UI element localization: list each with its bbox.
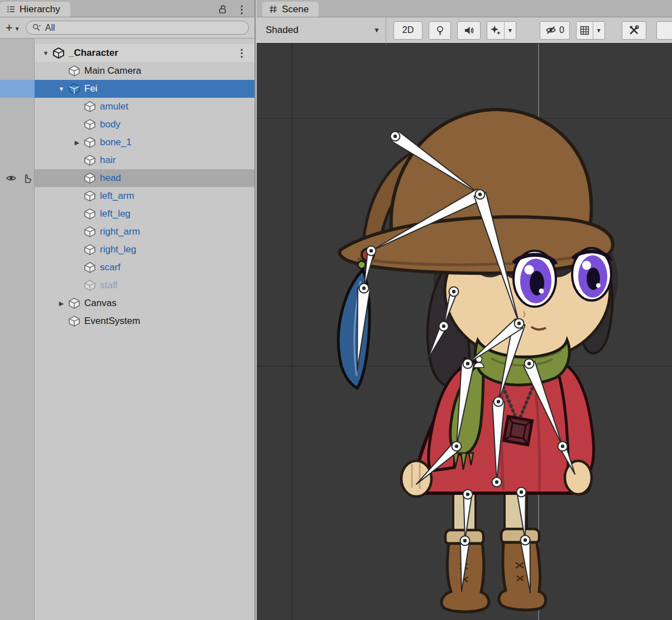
- indent: [0, 321, 55, 322]
- scene-options-menu-icon[interactable]: ⋮: [237, 47, 247, 59]
- hierarchy-item-left-arm[interactable]: left_arm: [0, 187, 255, 205]
- effects-toggle-button[interactable]: ▼: [487, 21, 516, 40]
- hierarchy-item--character[interactable]: ▼_Character⋮: [0, 44, 255, 62]
- grid-tab-icon: [269, 5, 277, 13]
- audio-toggle-button[interactable]: [457, 21, 481, 40]
- chevron-down-icon: ▼: [373, 26, 380, 34]
- create-object-button[interactable]: + ▼: [6, 23, 20, 33]
- hierarchy-tree: ▼_Character⋮Main Camera▼Feiamuletbody▶bo…: [0, 39, 255, 620]
- bone-joint-dot: [527, 362, 531, 365]
- hierarchy-tabstrip: Hierarchy ⋮: [0, 0, 255, 17]
- effects-sparkle-icon: [490, 25, 501, 36]
- item-label: Main Camera: [84, 65, 141, 77]
- grid-snap-icon: [579, 25, 590, 36]
- bone-joint-dot: [466, 493, 469, 496]
- scene-tools-button[interactable]: [622, 21, 646, 40]
- bone-joint-dot: [517, 322, 521, 325]
- item-label: right_arm: [100, 226, 140, 237]
- gameobject-cube-icon: [84, 136, 96, 149]
- hierarchy-item-amulet[interactable]: amulet: [0, 98, 255, 116]
- gameobject-cube-icon: [68, 65, 80, 77]
- bone-joint-dot: [452, 290, 455, 293]
- hierarchy-item-left-leg[interactable]: left_leg: [0, 205, 255, 223]
- item-label: scarf: [100, 262, 121, 273]
- draw-mode-dropdown[interactable]: Shaded ▼: [260, 17, 386, 44]
- hierarchy-item-eventsystem[interactable]: EventSystem: [0, 312, 255, 330]
- pickability-hand-icon[interactable]: [21, 173, 32, 184]
- item-label: Fei: [84, 83, 98, 94]
- list-icon: [7, 5, 15, 13]
- hierarchy-menu-icon[interactable]: ⋮: [237, 4, 247, 15]
- indent: [0, 196, 70, 197]
- item-label: body: [100, 119, 121, 130]
- grid-visibility-button[interactable]: ▼: [576, 21, 605, 40]
- hierarchy-item-scarf[interactable]: scarf: [0, 259, 255, 276]
- indent: [0, 232, 70, 232]
- hierarchy-item-fei[interactable]: ▼Fei: [0, 80, 255, 98]
- expand-arrow-icon[interactable]: ▶: [70, 139, 84, 146]
- scene-viewport[interactable]: [257, 44, 672, 620]
- chevron-down-icon[interactable]: ▼: [507, 27, 513, 34]
- bone-joint-dot: [524, 538, 527, 542]
- clipped-toolbar-button[interactable]: [656, 21, 672, 40]
- item-label: bone_1: [100, 137, 132, 148]
- bone-joint-dot: [442, 325, 445, 328]
- hierarchy-item-bone-1[interactable]: ▶bone_1: [0, 133, 255, 151]
- hierarchy-item-canvas[interactable]: ▶Canvas: [0, 294, 255, 312]
- bone-joint-dot: [520, 490, 523, 494]
- scene-toolbar: Shaded ▼ 2D ▼: [257, 17, 672, 44]
- plus-icon: +: [6, 23, 13, 33]
- split-divider: [504, 22, 505, 39]
- indent: [0, 214, 70, 214]
- hierarchy-item-head[interactable]: head: [0, 169, 255, 187]
- item-label: left_leg: [100, 208, 131, 220]
- visibility-eye-icon[interactable]: [6, 173, 17, 184]
- 2d-toggle-button[interactable]: 2D: [393, 21, 423, 40]
- hierarchy-item-main-camera[interactable]: Main Camera: [0, 62, 255, 80]
- lighting-toggle-button[interactable]: [429, 21, 451, 40]
- expand-arrow-icon[interactable]: ▼: [39, 50, 52, 56]
- scene-panel: Scene Shaded ▼ 2D: [257, 0, 672, 620]
- hierarchy-item-hair[interactable]: hair: [0, 151, 255, 169]
- expand-arrow-icon[interactable]: ▼: [55, 85, 68, 92]
- scene-tab-label: Scene: [282, 4, 309, 15]
- hierarchy-tab-controls: ⋮: [217, 4, 255, 17]
- hierarchy-item-body[interactable]: body: [0, 116, 255, 133]
- gameobject-cube-icon: [84, 208, 96, 220]
- gameobject-cube-icon: [84, 261, 96, 274]
- hierarchy-item-staff[interactable]: staff: [0, 276, 255, 294]
- indent: [0, 250, 70, 250]
- hierarchy-item-right-arm[interactable]: right_arm: [0, 223, 255, 241]
- indent: [0, 125, 70, 125]
- search-input[interactable]: All: [26, 21, 249, 35]
- chevron-down-icon[interactable]: ▼: [596, 27, 602, 34]
- item-label: head: [100, 173, 121, 184]
- indent: [0, 107, 70, 107]
- gameobject-cube-icon: [84, 244, 96, 256]
- bone-joint-dot: [393, 135, 397, 138]
- hierarchy-item-right-leg[interactable]: right_leg: [0, 241, 255, 259]
- search-value: All: [45, 23, 55, 33]
- item-label: right_leg: [100, 244, 136, 255]
- item-label: EventSystem: [84, 316, 140, 327]
- item-label: Canvas: [84, 298, 117, 309]
- scene-visibility-button[interactable]: 0: [540, 21, 570, 40]
- tab-scene[interactable]: Scene: [262, 2, 319, 17]
- indent: [0, 285, 70, 286]
- scene-tabstrip: Scene: [257, 0, 672, 17]
- gameobject-cube-icon: [84, 226, 96, 238]
- expand-arrow-icon[interactable]: ▶: [55, 300, 68, 307]
- draw-mode-label: Shaded: [266, 25, 299, 36]
- bone-joint-dot: [561, 445, 564, 448]
- eye-off-icon: [545, 25, 556, 36]
- indent: [0, 303, 55, 304]
- item-label: left_arm: [100, 190, 134, 202]
- tab-hierarchy[interactable]: Hierarchy: [0, 2, 70, 17]
- bone-joint-dot: [466, 362, 469, 365]
- lightbulb-icon: [435, 25, 445, 36]
- chevron-down-icon: ▼: [15, 26, 20, 33]
- unlock-icon[interactable]: [217, 4, 228, 15]
- toolbar-spacer: [646, 17, 669, 43]
- bone-joint-dot: [497, 400, 500, 403]
- gameobject-cube-icon: [68, 315, 80, 327]
